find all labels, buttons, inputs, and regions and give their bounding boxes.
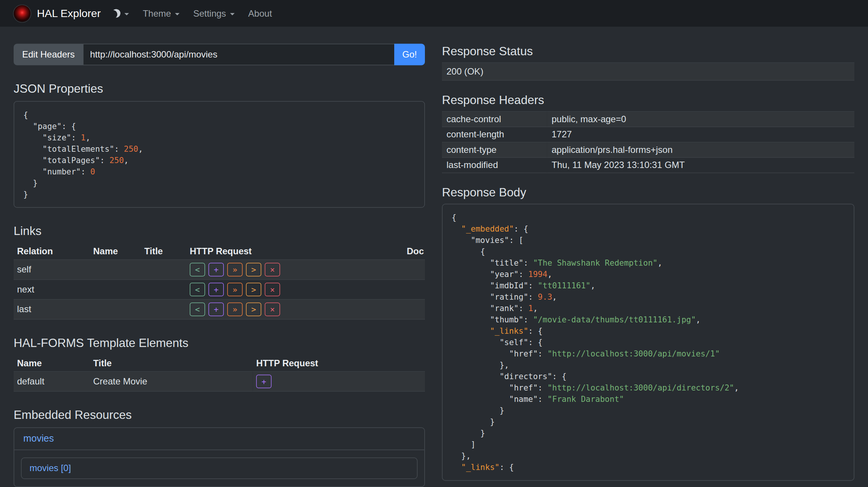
response-headers-table: cache-control public, max-age=0 content-… — [442, 111, 854, 173]
header-value: application/prs.hal-forms+json — [547, 142, 855, 158]
http-put-button[interactable]: » — [227, 283, 243, 296]
response-header-row: cache-control public, max-age=0 — [442, 112, 854, 127]
http-post-button[interactable]: + — [209, 283, 224, 296]
http-get-button[interactable]: < — [190, 283, 205, 296]
response-header-row: last-modified Thu, 11 May 2023 13:10:31 … — [442, 157, 854, 173]
response-status-title: Response Status — [442, 44, 854, 58]
moon-icon — [111, 8, 122, 19]
templates-header-row: Name Title HTTP Request — [14, 355, 425, 372]
links-title: Links — [14, 224, 425, 238]
column-header-doc: Doc — [403, 244, 425, 260]
http-request-buttons: < + » > × — [190, 303, 284, 316]
settings-dropdown[interactable]: Settings — [193, 8, 234, 19]
http-patch-button[interactable]: > — [246, 263, 262, 277]
header-value: public, max-age=0 — [547, 112, 855, 127]
embedded-resource-item: movies [0] — [21, 457, 418, 479]
template-name-cell: default — [14, 372, 90, 392]
title-cell — [141, 260, 186, 280]
embedded-resource-link[interactable]: movies [0] — [30, 463, 71, 473]
name-cell — [90, 280, 141, 300]
http-patch-button[interactable]: > — [246, 283, 262, 296]
chevron-down-icon — [175, 13, 180, 15]
dark-mode-dropdown[interactable] — [112, 9, 129, 18]
navbar: HAL Explorer Theme Settings About — [0, 0, 868, 27]
http-delete-button[interactable]: × — [265, 283, 280, 296]
http-request-buttons: + — [256, 375, 275, 388]
header-value: 1727 — [547, 127, 855, 142]
theme-dropdown-label: Theme — [143, 8, 171, 19]
http-post-button[interactable]: + — [209, 263, 224, 277]
hal-forms-templates-table: Name Title HTTP Request default Create M… — [14, 355, 425, 392]
name-cell — [90, 299, 141, 319]
link-row-self: self < + » > × — [14, 260, 425, 280]
left-column: Edit Headers Go! JSON Properties { "page… — [14, 44, 425, 487]
relation-cell: next — [14, 280, 90, 300]
embedded-group-header: movies — [14, 428, 425, 450]
http-request-cell: + — [253, 372, 425, 392]
http-put-button[interactable]: » — [227, 263, 243, 277]
relation-cell: self — [14, 260, 90, 280]
name-cell — [90, 260, 141, 280]
column-header-title: Title — [141, 244, 186, 260]
http-request-cell: < + » > × — [186, 260, 403, 280]
header-key: cache-control — [442, 112, 547, 127]
column-header-http-request: HTTP Request — [186, 244, 403, 260]
embedded-resources-title: Embedded Resources — [14, 408, 425, 422]
edit-headers-button[interactable]: Edit Headers — [14, 44, 83, 65]
main-content: Edit Headers Go! JSON Properties { "page… — [0, 27, 868, 487]
response-status-row: 200 (OK) — [442, 63, 854, 81]
chevron-down-icon — [230, 13, 234, 15]
hal-forms-templates-title: HAL-FORMS Template Elements — [14, 336, 425, 350]
about-link[interactable]: About — [248, 8, 272, 19]
doc-cell — [403, 280, 425, 300]
column-header-http-request: HTTP Request — [253, 355, 425, 372]
embedded-resources-card: movies movies [0] — [14, 428, 425, 487]
json-properties-code: { "page": { "size": 1, "totalElements": … — [14, 101, 425, 208]
header-key: last-modified — [442, 157, 547, 173]
http-delete-button[interactable]: × — [265, 303, 280, 316]
right-column: Response Status 200 (OK) Response Header… — [442, 44, 854, 481]
doc-cell — [403, 260, 425, 280]
http-put-button[interactable]: » — [227, 303, 243, 316]
response-body-code: { "_embedded": { "movies": [ { "title": … — [442, 204, 854, 481]
header-key: content-length — [442, 127, 547, 142]
embedded-group-link[interactable]: movies — [23, 433, 54, 444]
http-get-button[interactable]: < — [190, 303, 205, 316]
template-title-cell: Create Movie — [90, 372, 253, 392]
http-get-button[interactable]: < — [190, 263, 205, 277]
links-table: Relation Name Title HTTP Request Doc sel… — [14, 244, 425, 320]
theme-dropdown[interactable]: Theme — [143, 8, 180, 19]
request-bar: Edit Headers Go! — [14, 44, 425, 65]
http-request-cell: < + » > × — [186, 299, 403, 319]
column-header-name: Name — [14, 355, 90, 372]
http-post-button[interactable]: + — [209, 303, 224, 316]
response-headers-title: Response Headers — [442, 93, 854, 107]
go-button[interactable]: Go! — [394, 44, 425, 65]
column-header-relation: Relation — [14, 244, 90, 260]
title-cell — [141, 280, 186, 300]
column-header-name: Name — [90, 244, 141, 260]
header-value: Thu, 11 May 2023 13:10:31 GMT — [547, 157, 855, 173]
response-status-value: 200 (OK) — [442, 63, 854, 81]
http-delete-button[interactable]: × — [265, 263, 280, 277]
url-input[interactable] — [83, 44, 395, 65]
http-post-button[interactable]: + — [256, 375, 272, 388]
about-link-label: About — [248, 8, 272, 19]
http-request-cell: < + » > × — [186, 280, 403, 300]
http-request-buttons: < + » > × — [190, 283, 284, 296]
link-row-next: next < + » > × — [14, 280, 425, 300]
title-cell — [141, 299, 186, 319]
column-header-title: Title — [90, 355, 253, 372]
doc-cell — [403, 299, 425, 319]
response-header-row: content-type application/prs.hal-forms+j… — [442, 142, 854, 158]
response-status-table: 200 (OK) — [442, 62, 854, 81]
hal-logo-icon[interactable] — [14, 5, 31, 22]
header-key: content-type — [442, 142, 547, 158]
brand-title[interactable]: HAL Explorer — [37, 7, 101, 20]
relation-cell: last — [14, 299, 90, 319]
embedded-group-body: movies [0] — [14, 450, 425, 487]
template-row-default: default Create Movie + — [14, 372, 425, 392]
response-body-title: Response Body — [442, 185, 854, 199]
settings-dropdown-label: Settings — [193, 8, 226, 19]
http-patch-button[interactable]: > — [246, 303, 262, 316]
